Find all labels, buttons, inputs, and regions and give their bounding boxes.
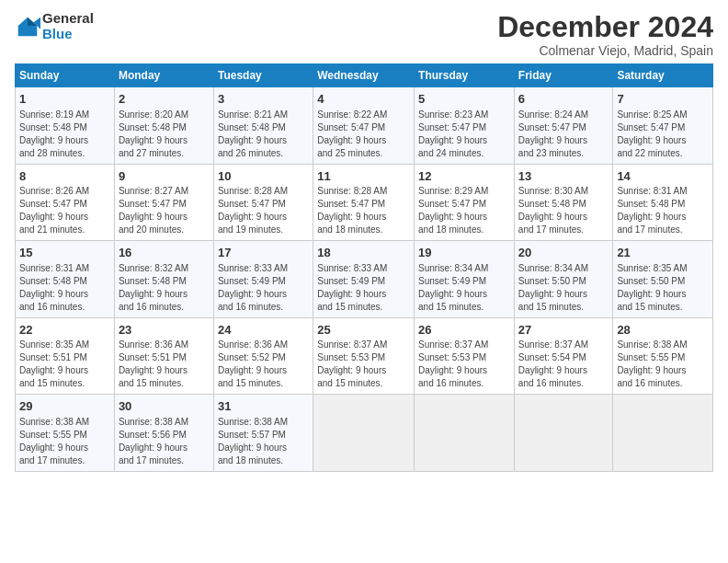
day-info: Sunrise: 8:36 AM Sunset: 5:52 PM Dayligh… <box>218 339 309 390</box>
day-number: 21 <box>617 245 709 261</box>
calendar-week-row: 15Sunrise: 8:31 AM Sunset: 5:48 PM Dayli… <box>16 241 713 318</box>
table-row: 19Sunrise: 8:34 AM Sunset: 5:49 PM Dayli… <box>415 241 515 318</box>
table-row: 25Sunrise: 8:37 AM Sunset: 5:53 PM Dayli… <box>313 317 415 395</box>
day-number: 12 <box>418 168 510 185</box>
day-number: 15 <box>19 245 110 261</box>
day-number: 5 <box>418 91 510 108</box>
col-tuesday: Tuesday <box>213 64 313 87</box>
table-row: 3Sunrise: 8:21 AM Sunset: 5:48 PM Daylig… <box>213 87 313 165</box>
table-row: 9Sunrise: 8:27 AM Sunset: 5:47 PM Daylig… <box>114 164 213 241</box>
table-row <box>415 395 515 472</box>
day-number: 18 <box>317 245 410 261</box>
table-row: 15Sunrise: 8:31 AM Sunset: 5:48 PM Dayli… <box>16 241 115 318</box>
table-row: 23Sunrise: 8:36 AM Sunset: 5:51 PM Dayli… <box>114 317 213 395</box>
day-info: Sunrise: 8:38 AM Sunset: 5:55 PM Dayligh… <box>617 339 709 390</box>
calendar-week-row: 22Sunrise: 8:35 AM Sunset: 5:51 PM Dayli… <box>16 317 713 395</box>
table-row: 26Sunrise: 8:37 AM Sunset: 5:53 PM Dayli… <box>415 317 515 395</box>
day-number: 14 <box>617 168 709 185</box>
logo-text-general: General <box>42 10 94 26</box>
month-title: December 2024 <box>497 11 713 43</box>
day-info: Sunrise: 8:28 AM Sunset: 5:47 PM Dayligh… <box>317 185 410 236</box>
table-row: 17Sunrise: 8:33 AM Sunset: 5:49 PM Dayli… <box>213 241 313 318</box>
table-row: 13Sunrise: 8:30 AM Sunset: 5:48 PM Dayli… <box>514 164 613 241</box>
table-row: 1Sunrise: 8:19 AM Sunset: 5:48 PM Daylig… <box>16 87 115 165</box>
calendar-week-row: 8Sunrise: 8:26 AM Sunset: 5:47 PM Daylig… <box>16 164 713 241</box>
table-row: 21Sunrise: 8:35 AM Sunset: 5:50 PM Dayli… <box>613 241 713 318</box>
title-block: December 2024 Colmenar Viejo, Madrid, Sp… <box>497 11 713 58</box>
day-info: Sunrise: 8:21 AM Sunset: 5:48 PM Dayligh… <box>218 109 309 160</box>
day-info: Sunrise: 8:24 AM Sunset: 5:47 PM Dayligh… <box>518 109 609 160</box>
day-number: 22 <box>19 322 110 339</box>
day-number: 13 <box>518 168 609 185</box>
day-number: 31 <box>218 398 309 415</box>
day-info: Sunrise: 8:31 AM Sunset: 5:48 PM Dayligh… <box>617 185 709 236</box>
day-number: 29 <box>19 398 110 415</box>
day-info: Sunrise: 8:30 AM Sunset: 5:48 PM Dayligh… <box>518 185 609 236</box>
table-row: 2Sunrise: 8:20 AM Sunset: 5:48 PM Daylig… <box>114 87 213 165</box>
table-row: 24Sunrise: 8:36 AM Sunset: 5:52 PM Dayli… <box>213 317 313 395</box>
day-info: Sunrise: 8:38 AM Sunset: 5:57 PM Dayligh… <box>218 416 309 467</box>
table-row: 10Sunrise: 8:28 AM Sunset: 5:47 PM Dayli… <box>213 164 313 241</box>
day-info: Sunrise: 8:37 AM Sunset: 5:53 PM Dayligh… <box>418 339 510 390</box>
location-subtitle: Colmenar Viejo, Madrid, Spain <box>497 43 713 58</box>
table-row: 22Sunrise: 8:35 AM Sunset: 5:51 PM Dayli… <box>16 317 115 395</box>
day-number: 19 <box>418 245 510 261</box>
page-container: General Blue December 2024 Colmenar Viej… <box>0 0 728 479</box>
calendar-week-row: 29Sunrise: 8:38 AM Sunset: 5:55 PM Dayli… <box>16 395 713 472</box>
day-info: Sunrise: 8:27 AM Sunset: 5:47 PM Dayligh… <box>119 185 210 236</box>
day-number: 9 <box>119 168 210 185</box>
day-number: 23 <box>119 322 210 339</box>
day-info: Sunrise: 8:34 AM Sunset: 5:49 PM Dayligh… <box>418 262 510 314</box>
day-number: 10 <box>218 168 309 185</box>
calendar-header-row: Sunday Monday Tuesday Wednesday Thursday… <box>16 64 713 87</box>
table-row <box>313 395 415 472</box>
day-number: 26 <box>418 322 510 339</box>
table-row: 14Sunrise: 8:31 AM Sunset: 5:48 PM Dayli… <box>613 164 713 241</box>
day-number: 7 <box>617 91 709 108</box>
day-number: 6 <box>518 91 609 108</box>
table-row: 12Sunrise: 8:29 AM Sunset: 5:47 PM Dayli… <box>415 164 515 241</box>
day-info: Sunrise: 8:29 AM Sunset: 5:47 PM Dayligh… <box>418 185 510 236</box>
day-info: Sunrise: 8:35 AM Sunset: 5:51 PM Dayligh… <box>19 339 110 390</box>
day-info: Sunrise: 8:37 AM Sunset: 5:53 PM Dayligh… <box>317 339 410 390</box>
day-info: Sunrise: 8:35 AM Sunset: 5:50 PM Dayligh… <box>617 262 709 314</box>
logo: General Blue <box>15 11 94 41</box>
col-saturday: Saturday <box>613 64 713 87</box>
col-sunday: Sunday <box>16 64 115 87</box>
table-row: 28Sunrise: 8:38 AM Sunset: 5:55 PM Dayli… <box>613 317 713 395</box>
table-row: 30Sunrise: 8:38 AM Sunset: 5:56 PM Dayli… <box>114 395 213 472</box>
header: General Blue December 2024 Colmenar Viej… <box>15 11 713 58</box>
day-info: Sunrise: 8:36 AM Sunset: 5:51 PM Dayligh… <box>119 339 210 390</box>
day-info: Sunrise: 8:34 AM Sunset: 5:50 PM Dayligh… <box>518 262 609 314</box>
table-row: 29Sunrise: 8:38 AM Sunset: 5:55 PM Dayli… <box>16 395 115 472</box>
table-row <box>613 395 713 472</box>
day-info: Sunrise: 8:37 AM Sunset: 5:54 PM Dayligh… <box>518 339 609 390</box>
day-info: Sunrise: 8:32 AM Sunset: 5:48 PM Dayligh… <box>119 262 210 314</box>
calendar-table: Sunday Monday Tuesday Wednesday Thursday… <box>15 63 713 472</box>
day-number: 25 <box>317 322 410 339</box>
col-wednesday: Wednesday <box>313 64 415 87</box>
day-number: 8 <box>19 168 110 185</box>
table-row: 11Sunrise: 8:28 AM Sunset: 5:47 PM Dayli… <box>313 164 415 241</box>
table-row <box>514 395 613 472</box>
logo-icon <box>15 14 40 40</box>
day-number: 24 <box>218 322 309 339</box>
table-row: 18Sunrise: 8:33 AM Sunset: 5:49 PM Dayli… <box>313 241 415 318</box>
day-info: Sunrise: 8:38 AM Sunset: 5:55 PM Dayligh… <box>19 416 110 467</box>
table-row: 8Sunrise: 8:26 AM Sunset: 5:47 PM Daylig… <box>16 164 115 241</box>
day-number: 11 <box>317 168 410 185</box>
day-number: 20 <box>518 245 609 261</box>
day-info: Sunrise: 8:26 AM Sunset: 5:47 PM Dayligh… <box>19 185 110 236</box>
day-info: Sunrise: 8:25 AM Sunset: 5:47 PM Dayligh… <box>617 109 709 160</box>
day-info: Sunrise: 8:31 AM Sunset: 5:48 PM Dayligh… <box>19 262 110 314</box>
col-thursday: Thursday <box>415 64 515 87</box>
day-number: 3 <box>218 91 309 108</box>
day-info: Sunrise: 8:20 AM Sunset: 5:48 PM Dayligh… <box>119 109 210 160</box>
day-info: Sunrise: 8:22 AM Sunset: 5:47 PM Dayligh… <box>317 109 410 160</box>
table-row: 4Sunrise: 8:22 AM Sunset: 5:47 PM Daylig… <box>313 87 415 165</box>
day-number: 4 <box>317 91 410 108</box>
logo-text-blue: Blue <box>42 26 73 41</box>
table-row: 6Sunrise: 8:24 AM Sunset: 5:47 PM Daylig… <box>514 87 613 165</box>
table-row: 5Sunrise: 8:23 AM Sunset: 5:47 PM Daylig… <box>415 87 515 165</box>
day-info: Sunrise: 8:23 AM Sunset: 5:47 PM Dayligh… <box>418 109 510 160</box>
